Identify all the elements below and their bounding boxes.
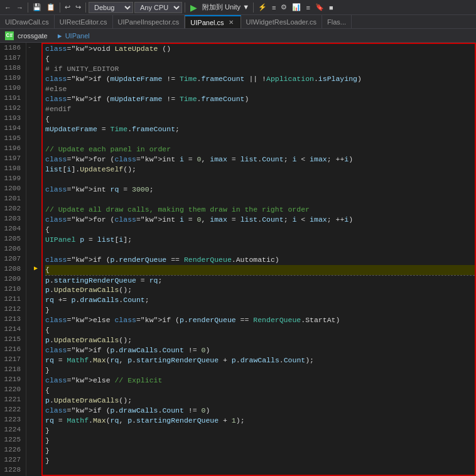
line-number: 1202 [3,203,21,214]
collapse-marker[interactable] [26,73,33,83]
collapse-marker[interactable] [26,254,33,264]
collapse-marker[interactable] [26,435,33,445]
line-indicator [34,374,41,384]
run-button[interactable]: ▶ [188,3,200,13]
icon2[interactable]: ≡ [270,1,278,14]
collapse-marker[interactable] [26,224,33,234]
back-button[interactable]: ← [3,1,13,14]
undo-button[interactable]: ↩ [63,1,72,14]
collapse-marker[interactable] [26,465,33,475]
collapse-marker[interactable] [26,304,33,314]
collapse-marker[interactable] [26,113,33,123]
collapse-marker[interactable] [26,314,33,324]
config-dropdown[interactable]: Debug Release [89,2,133,13]
save-button[interactable]: 💾 [31,1,43,14]
redo-button[interactable]: ↪ [73,1,83,14]
collapse-marker[interactable] [26,425,33,435]
code-line: list[i].UpdateSelf(); [45,165,475,175]
tab-bar: UIDrawCall.cs UIRectEditor.cs UIPanelIns… [0,15,476,29]
collapse-marker[interactable]: - [26,43,33,53]
tab-uidrawcall[interactable]: UIDrawCall.cs [0,15,55,28]
breadcrumb: ► UIPanel [57,32,90,40]
line-indicator [34,344,41,354]
collapse-marker[interactable] [26,384,33,394]
collapse-marker[interactable] [26,374,33,384]
collapse-marker[interactable] [26,294,33,304]
line-indicator [34,404,41,414]
collapse-marker[interactable] [26,163,33,173]
line-number: 1208 [3,264,21,274]
collapse-marker[interactable] [26,123,33,133]
collapse-marker[interactable] [26,93,33,103]
tab-flash[interactable]: Flas... [322,15,352,28]
line-indicator [34,183,41,193]
collapse-marker[interactable] [26,274,33,284]
tab-uipanel[interactable]: UIPanel.cs ✕ [185,15,241,28]
collapse-marker[interactable] [26,143,33,153]
icon3[interactable]: ⚙ [279,1,289,14]
tab-label: UIWidgetResLoader.cs [246,18,317,26]
forward-button[interactable]: → [14,1,25,14]
line-number: 1218 [3,364,21,374]
collapse-marker[interactable] [26,133,33,143]
collapse-marker[interactable] [26,394,33,404]
collapse-marker[interactable] [26,414,33,425]
collapse-marker[interactable] [26,63,33,73]
line-number: 1216 [3,344,21,354]
collapse-marker[interactable] [26,344,33,354]
line-indicator [34,93,41,103]
save-all-button[interactable]: 📋 [45,1,57,14]
collapse-marker[interactable] [26,203,33,214]
line-indicator [34,435,41,445]
line-indicator [34,193,41,203]
tab-label: UIPanel.cs [190,19,224,26]
collapse-marker[interactable] [26,244,33,254]
collapse-marker[interactable] [26,334,33,344]
collapse-marker[interactable] [26,153,33,163]
collapse-marker[interactable] [26,404,33,414]
bookmark-icon[interactable]: 🔖 [313,1,326,14]
collapse-marker[interactable] [26,234,33,244]
line-number: 1201 [3,193,21,203]
code-line: { [45,386,475,396]
platform-dropdown[interactable]: Any CPU [134,2,182,13]
collapse-marker[interactable] [26,284,33,294]
collapse-marker[interactable] [26,455,33,465]
icon5[interactable]: ≡ [304,1,311,14]
line-indicator [34,224,41,234]
line-indicator [34,254,41,264]
tab-uirecteditor[interactable]: UIRectEditor.cs [55,15,113,28]
collapse-marker[interactable] [26,183,33,193]
collapse-marker[interactable] [26,354,33,364]
collapse-marker[interactable] [26,103,33,113]
icon6[interactable]: ■ [327,1,335,14]
code-line: class="kw">void LateUpdate () [45,44,475,54]
line-indicator [34,123,41,133]
collapse-marker[interactable] [26,264,33,274]
code-line: } [45,456,475,466]
code-line [45,245,475,255]
line-indicator [34,284,41,294]
line-number: 1200 [3,183,21,193]
code-line: class="kw">if (p.drawCalls.Count != 0) [45,406,475,416]
project-name: crossgate [18,32,48,40]
icon4[interactable]: 📊 [290,1,303,14]
line-number: 1211 [3,294,21,304]
collapse-marker[interactable] [26,193,33,203]
collapse-marker[interactable] [26,173,33,183]
collapse-marker[interactable] [26,445,33,455]
code-line: { [45,54,475,64]
collapse-marker[interactable] [26,324,33,334]
tab-uiwidgetresloader[interactable]: UIWidgetResLoader.cs [241,15,323,28]
code-line: // Update each panel in order [45,144,475,154]
line-number: 1199 [3,173,21,183]
collapse-marker[interactable] [26,53,33,63]
tab-close-icon[interactable]: ✕ [227,18,235,27]
collapse-marker[interactable] [26,364,33,374]
line-number: 1189 [3,73,21,83]
tab-uipanelinspector[interactable]: UIPanelInspector.cs [113,15,185,28]
collapse-marker[interactable] [26,83,33,93]
icon1[interactable]: ⚡ [256,1,269,14]
code-line: { [45,114,475,124]
collapse-marker[interactable] [26,214,33,224]
